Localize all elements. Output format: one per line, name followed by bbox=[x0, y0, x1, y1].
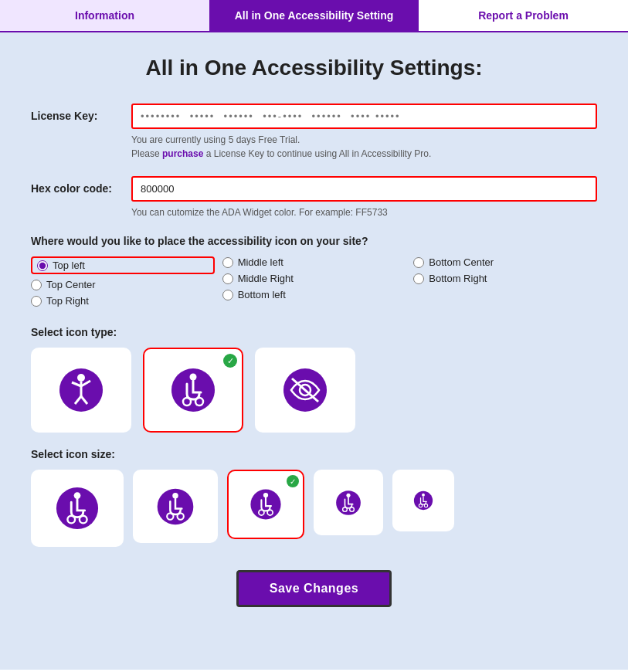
placement-grid: Top left Top Center Top Right Middle lef… bbox=[31, 256, 597, 307]
placement-col1: Top left Top Center Top Right bbox=[31, 256, 215, 307]
svg-point-8 bbox=[190, 374, 197, 381]
license-key-row: License Key: You are currently using 5 d… bbox=[31, 104, 597, 161]
svg-point-19 bbox=[172, 493, 178, 499]
tab-bar: Information All in One Accessibility Set… bbox=[0, 0, 628, 32]
icon-type-label: Select icon type: bbox=[31, 326, 597, 338]
page-title: All in One Accessibility Settings: bbox=[31, 56, 597, 80]
placement-question: Where would you like to place the access… bbox=[31, 235, 597, 247]
license-key-input[interactable] bbox=[131, 104, 597, 129]
placement-col2: Middle left Middle Right Bottom left bbox=[222, 256, 406, 307]
placement-section: Where would you like to place the access… bbox=[31, 235, 597, 307]
radio-top-right[interactable]: Top Right bbox=[31, 295, 215, 307]
size-xs-icon bbox=[413, 490, 433, 511]
svg-point-1 bbox=[77, 374, 85, 382]
svg-point-27 bbox=[346, 493, 350, 497]
tab-report[interactable]: Report a Problem bbox=[419, 0, 628, 31]
radio-middle-left[interactable]: Middle left bbox=[222, 256, 406, 268]
save-btn-container: Save Changes bbox=[31, 570, 597, 607]
icon-card-type2[interactable]: ✓ bbox=[143, 348, 243, 433]
purchase-link[interactable]: purchase bbox=[162, 148, 203, 159]
radio-bottom-left[interactable]: Bottom left bbox=[222, 289, 406, 300]
size-sm-icon bbox=[335, 490, 362, 516]
placement-col3: Bottom Center Bottom Right bbox=[413, 256, 597, 307]
radio-bottom-center[interactable]: Bottom Center bbox=[413, 256, 597, 268]
size-card-xs[interactable] bbox=[392, 470, 454, 531]
size-grid: ✓ bbox=[31, 470, 597, 547]
size-md-check: ✓ bbox=[287, 475, 299, 487]
svg-point-31 bbox=[422, 494, 425, 497]
hex-color-row: Hex color code: You can cutomize the ADA… bbox=[31, 176, 597, 219]
main-content: All in One Accessibility Settings: Licen… bbox=[0, 32, 628, 670]
size-card-xl[interactable] bbox=[31, 470, 124, 547]
save-button[interactable]: Save Changes bbox=[236, 570, 392, 607]
hex-color-hint: You can cutomize the ADA Widget color. F… bbox=[131, 205, 597, 219]
size-card-sm[interactable] bbox=[314, 470, 383, 535]
size-card-md[interactable]: ✓ bbox=[227, 470, 304, 539]
size-card-lg[interactable] bbox=[133, 470, 218, 543]
hex-color-label: Hex color code: bbox=[31, 176, 131, 195]
license-key-label: License Key: bbox=[31, 104, 131, 122]
svg-point-23 bbox=[263, 493, 268, 497]
svg-point-15 bbox=[74, 492, 81, 499]
tab-information[interactable]: Information bbox=[0, 0, 209, 31]
size-xl-icon bbox=[55, 486, 100, 531]
person-accessibility-icon bbox=[58, 367, 104, 413]
license-key-content: You are currently using 5 days Free Tria… bbox=[131, 104, 597, 161]
icon-size-label: Select icon size: bbox=[31, 448, 597, 460]
icon-card-type3[interactable] bbox=[255, 348, 355, 433]
type2-check: ✓ bbox=[223, 354, 237, 368]
eye-accessibility-icon bbox=[282, 367, 328, 413]
radio-top-center[interactable]: Top Center bbox=[31, 279, 215, 290]
size-lg-icon bbox=[156, 487, 195, 526]
icon-type-grid: ✓ bbox=[31, 348, 597, 433]
hex-color-input[interactable] bbox=[131, 176, 597, 202]
tab-all-in-one[interactable]: All in One Accessibility Setting bbox=[209, 0, 419, 31]
radio-middle-right[interactable]: Middle Right bbox=[222, 273, 406, 284]
form-section: License Key: You are currently using 5 d… bbox=[31, 104, 597, 607]
radio-bottom-right[interactable]: Bottom Right bbox=[413, 273, 597, 284]
icon-size-section: Select icon size: bbox=[31, 448, 597, 547]
size-md-icon bbox=[250, 488, 282, 521]
radio-top-left[interactable]: Top left bbox=[31, 256, 215, 274]
hex-color-content: You can cutomize the ADA Widget color. F… bbox=[131, 176, 597, 219]
license-key-hint: You are currently using 5 days Free Tria… bbox=[131, 133, 597, 161]
icon-card-type1[interactable] bbox=[31, 348, 131, 433]
wheelchair-accessibility-icon bbox=[170, 367, 216, 413]
icon-type-section: Select icon type: bbox=[31, 326, 597, 433]
